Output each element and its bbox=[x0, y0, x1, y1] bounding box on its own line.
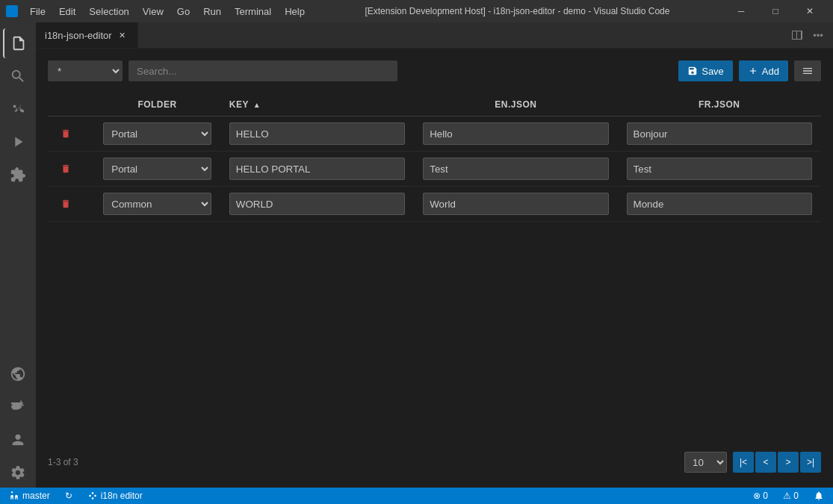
sync-status[interactable]: ↻ bbox=[62, 488, 75, 504]
warnings-label: ⚠ 0 bbox=[783, 491, 799, 501]
save-button[interactable]: Save bbox=[678, 60, 733, 81]
fr-input[interactable] bbox=[627, 158, 812, 180]
col-header-delete bbox=[48, 93, 94, 116]
bell-icon bbox=[814, 491, 824, 501]
editor-area: i18n-json-editor ✕ ••• * Portal Common bbox=[36, 22, 833, 488]
key-input[interactable] bbox=[229, 158, 405, 180]
menu-edit[interactable]: Edit bbox=[53, 4, 81, 19]
more-actions-button[interactable]: ••• bbox=[809, 26, 827, 44]
folder-select[interactable]: PortalCommon bbox=[103, 158, 211, 180]
menu-go[interactable]: Go bbox=[171, 4, 196, 19]
pagination: 1-3 of 3 10 25 50 100 |< < > >| bbox=[48, 443, 821, 476]
fr-input[interactable] bbox=[627, 122, 812, 145]
title-bar: File Edit Selection View Go Run Terminal… bbox=[0, 0, 833, 22]
tab-actions: ••• bbox=[782, 22, 833, 48]
menu-file[interactable]: File bbox=[24, 4, 52, 19]
status-right: ⊗ 0 ⚠ 0 bbox=[750, 488, 827, 504]
table-container: FOLDER KEY ▲ en.json fr.json PortalCommo… bbox=[48, 93, 821, 443]
data-table: FOLDER KEY ▲ en.json fr.json PortalCommo… bbox=[48, 93, 821, 222]
folder-cell: PortalCommon bbox=[94, 116, 220, 152]
folder-filter-select[interactable]: * Portal Common bbox=[48, 60, 123, 81]
docker-activity-icon[interactable] bbox=[3, 392, 33, 422]
editor-tab[interactable]: i18n-json-editor ✕ bbox=[36, 22, 138, 48]
svg-rect-1 bbox=[92, 492, 93, 494]
en-cell bbox=[414, 187, 617, 222]
col-header-fr: fr.json bbox=[618, 93, 821, 116]
settings-activity-icon[interactable] bbox=[3, 458, 33, 488]
table-row: PortalCommon bbox=[48, 187, 821, 222]
key-cell bbox=[220, 152, 414, 187]
sync-icon: ↻ bbox=[65, 491, 72, 501]
key-cell bbox=[220, 116, 414, 152]
source-control-activity-icon[interactable] bbox=[3, 94, 33, 124]
delete-row-button[interactable] bbox=[57, 160, 75, 178]
files-activity-icon[interactable] bbox=[3, 28, 33, 58]
save-icon bbox=[687, 66, 698, 76]
extensions-activity-icon[interactable] bbox=[3, 160, 33, 190]
key-input[interactable] bbox=[229, 122, 405, 145]
menu-view[interactable]: View bbox=[137, 4, 170, 19]
warnings-status[interactable]: ⚠ 0 bbox=[780, 488, 802, 504]
delete-cell bbox=[48, 152, 94, 187]
menu-terminal[interactable]: Terminal bbox=[229, 4, 277, 19]
status-left: master ↻ i18n editor bbox=[6, 488, 146, 504]
main-layout: i18n-json-editor ✕ ••• * Portal Common bbox=[0, 22, 833, 488]
remote-status[interactable]: i18n editor bbox=[84, 488, 146, 504]
pagination-info: 1-3 of 3 bbox=[48, 457, 78, 467]
first-page-button[interactable]: |< bbox=[733, 452, 754, 473]
add-icon bbox=[748, 66, 758, 76]
last-page-button[interactable]: >| bbox=[800, 452, 821, 473]
errors-status[interactable]: ⊗ 0 bbox=[750, 488, 771, 504]
col-header-folder: FOLDER bbox=[94, 93, 220, 116]
prev-page-button[interactable]: < bbox=[755, 452, 776, 473]
add-label: Add bbox=[762, 66, 779, 77]
status-bar: master ↻ i18n editor ⊗ 0 ⚠ 0 bbox=[0, 488, 833, 504]
close-button[interactable]: ✕ bbox=[793, 0, 827, 22]
en-input[interactable] bbox=[423, 158, 608, 180]
delete-cell bbox=[48, 187, 94, 222]
split-editor-button[interactable] bbox=[788, 26, 806, 44]
next-page-button[interactable]: > bbox=[778, 452, 799, 473]
delete-row-button[interactable] bbox=[57, 125, 75, 143]
add-button[interactable]: Add bbox=[739, 60, 788, 81]
svg-rect-3 bbox=[94, 495, 96, 497]
delete-row-button[interactable] bbox=[57, 195, 75, 213]
en-input[interactable] bbox=[423, 122, 608, 145]
git-branch-status[interactable]: master bbox=[6, 488, 53, 504]
editor-content: * Portal Common Save Add bbox=[36, 49, 833, 488]
maximize-button[interactable]: □ bbox=[758, 0, 793, 22]
folder-select[interactable]: PortalCommon bbox=[103, 193, 211, 215]
menu-button[interactable] bbox=[794, 60, 821, 81]
tab-bar: i18n-json-editor ✕ ••• bbox=[36, 22, 833, 49]
toolbar: * Portal Common Save Add bbox=[48, 60, 821, 81]
key-cell bbox=[220, 187, 414, 222]
en-cell bbox=[414, 116, 617, 152]
page-size-select[interactable]: 10 25 50 100 bbox=[684, 452, 727, 473]
fr-input[interactable] bbox=[627, 193, 812, 215]
tab-close-button[interactable]: ✕ bbox=[117, 29, 128, 41]
key-input[interactable] bbox=[229, 193, 405, 215]
en-input[interactable] bbox=[423, 193, 608, 215]
save-label: Save bbox=[702, 66, 724, 77]
fr-cell bbox=[618, 152, 821, 187]
notifications-status[interactable] bbox=[811, 488, 827, 504]
menu-selection[interactable]: Selection bbox=[83, 4, 134, 19]
menu-help[interactable]: Help bbox=[279, 4, 311, 19]
minimize-button[interactable]: ─ bbox=[724, 0, 758, 22]
account-activity-icon[interactable] bbox=[3, 425, 33, 455]
run-activity-icon[interactable] bbox=[3, 127, 33, 157]
tab-label: i18n-json-editor bbox=[45, 30, 112, 41]
activity-bar bbox=[0, 22, 36, 488]
search-input[interactable] bbox=[128, 60, 397, 81]
svg-rect-0 bbox=[89, 495, 90, 497]
remote-activity-icon[interactable] bbox=[3, 359, 33, 389]
folder-select[interactable]: PortalCommon bbox=[103, 122, 211, 145]
fr-cell bbox=[618, 116, 821, 152]
table-row: PortalCommon bbox=[48, 152, 821, 187]
git-branch-label: master bbox=[22, 491, 50, 501]
menu-run[interactable]: Run bbox=[197, 4, 227, 19]
table-body: PortalCommon PortalCommon PortalCommon bbox=[48, 116, 821, 222]
search-activity-icon[interactable] bbox=[3, 61, 33, 91]
git-branch-icon bbox=[9, 491, 19, 501]
col-header-key[interactable]: KEY ▲ bbox=[220, 93, 414, 116]
